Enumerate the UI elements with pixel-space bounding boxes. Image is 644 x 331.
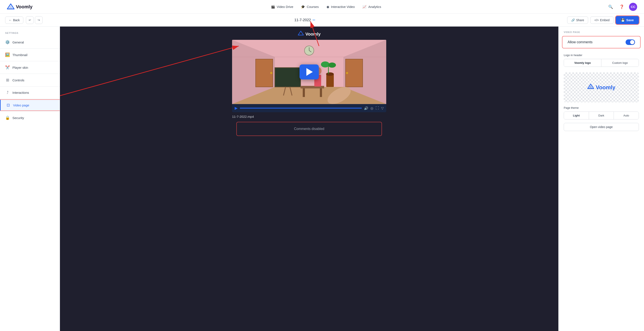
interactions-icon: ⤴: [5, 90, 10, 95]
video-player[interactable]: ▶ 🔊 ◎ ⛶ ▽: [232, 40, 386, 112]
back-arrow-icon: ←: [9, 18, 12, 22]
save-button[interactable]: 💾 Save: [616, 16, 639, 24]
sidebar-label-interactions: Interactions: [12, 91, 29, 94]
nav-interactive-video[interactable]: ◉ Interactive Video: [326, 5, 355, 9]
volume-icon[interactable]: 🔊: [364, 106, 368, 110]
play-button-overlay[interactable]: [300, 64, 319, 80]
open-video-page-button[interactable]: Open video page: [564, 123, 639, 131]
fullscreen-icon[interactable]: ⛶: [376, 106, 379, 110]
svg-point-15: [346, 72, 348, 74]
video-voomly-logo-icon: [298, 30, 304, 38]
play-triangle-icon: [306, 68, 313, 76]
svg-marker-2: [298, 31, 303, 35]
theme-auto-label: Auto: [624, 114, 629, 117]
search-button[interactable]: 🔍: [607, 3, 614, 11]
logo-icon: [7, 3, 14, 11]
save-disk-icon: 💾: [621, 18, 625, 22]
theme-dark-label: Dark: [598, 114, 604, 117]
voomly-watermark-icon[interactable]: ▽: [381, 106, 384, 110]
theme-light-option[interactable]: Light: [564, 112, 589, 119]
sidebar-label-thumbnail: Thumbnail: [12, 53, 28, 57]
svg-rect-25: [303, 88, 305, 97]
panel-section-title: VIDEO PAGE: [558, 26, 644, 36]
sidebar-item-security[interactable]: 🔒 Security: [0, 112, 60, 123]
controls-icon: ⊞: [5, 78, 10, 82]
player-skin-icon: ✂️: [5, 65, 10, 70]
sidebar-item-video-page[interactable]: ⊡ Video page: [0, 100, 60, 110]
video-page-icon: ⊡: [6, 103, 10, 108]
right-panel: VIDEO PAGE Allow comments Logo in header…: [558, 26, 644, 331]
center-content: Voomly: [60, 26, 558, 331]
video-controls: ▶ 🔊 ◎ ⛶ ▽: [232, 104, 386, 112]
preview-logo-text: Voomly: [596, 84, 616, 91]
sidebar-label-security: Security: [12, 116, 24, 120]
voomly-logo-option-label: Voomly logo: [574, 61, 591, 64]
embed-code-icon: </>: [594, 18, 598, 22]
analytics-icon: 📈: [362, 5, 366, 9]
video-logo-area: Voomly: [232, 26, 386, 40]
video-drive-icon: 🎬: [271, 5, 275, 9]
allow-comments-row: Allow comments: [562, 36, 640, 48]
share-link-icon: 🔗: [571, 18, 575, 22]
logo-options-group: Voomly logo Custom logo: [564, 59, 639, 67]
play-control-icon[interactable]: ▶: [235, 106, 238, 110]
interactive-video-label: Interactive Video: [331, 5, 355, 8]
general-icon: ⚙️: [5, 40, 10, 44]
theme-auto-option[interactable]: Auto: [614, 112, 639, 119]
custom-logo-option[interactable]: Custom logo: [602, 59, 639, 66]
embed-button[interactable]: </> Embed: [590, 16, 614, 24]
redo-button[interactable]: ↪: [35, 16, 42, 24]
share-label: Share: [576, 18, 584, 22]
voomly-logo-option[interactable]: Voomly logo: [564, 59, 602, 66]
allow-comments-toggle[interactable]: [626, 40, 635, 45]
logo-header-row: Logo in header Voomly logo Custom logo: [558, 52, 644, 70]
help-button[interactable]: ❓: [618, 3, 626, 11]
analytics-label: Analytics: [368, 5, 381, 8]
video-title: 11-7-2022: [294, 18, 311, 22]
user-avatar[interactable]: CC: [629, 3, 637, 11]
undo-redo-group: ↩ ↪: [26, 16, 42, 24]
nav-video-drive[interactable]: 🎬 Video Drive: [271, 5, 293, 9]
svg-point-13: [270, 72, 272, 74]
sidebar-item-controls[interactable]: ⊞ Controls: [0, 75, 60, 86]
svg-point-17: [326, 72, 334, 76]
nav-actions: 🔍 ❓ CC: [607, 3, 637, 11]
custom-logo-option-label: Custom logo: [612, 61, 628, 64]
main-layout: SETTINGS ⚙️ General 🖼️ Thumbnail ✂️ Play…: [0, 26, 644, 331]
logo-header-label: Logo in header: [564, 54, 639, 57]
captions-icon[interactable]: ◎: [370, 106, 374, 110]
security-icon: 🔒: [5, 116, 10, 120]
edit-title-icon[interactable]: ✏: [312, 18, 315, 22]
undo-button[interactable]: ↩: [26, 16, 34, 24]
svg-rect-21: [275, 68, 300, 87]
sidebar-label-player-skin: Player skin: [12, 66, 28, 69]
top-nav: Voomly 🎬 Video Drive 🎓 Courses ◉ Interac…: [0, 0, 644, 14]
courses-icon: 🎓: [301, 5, 305, 9]
video-drive-label: Video Drive: [277, 5, 293, 8]
thumbnail-icon: 🖼️: [5, 52, 10, 57]
logo-preview: Voomly: [564, 72, 639, 102]
logo[interactable]: Voomly: [7, 3, 32, 11]
theme-options-group: Light Dark Auto: [564, 112, 639, 120]
nav-courses[interactable]: 🎓 Courses: [301, 5, 319, 9]
theme-dark-option[interactable]: Dark: [589, 112, 614, 119]
back-label: Back: [13, 18, 20, 22]
nav-links: 🎬 Video Drive 🎓 Courses ◉ Interactive Vi…: [46, 5, 607, 9]
sidebar-item-player-skin[interactable]: ✂️ Player skin: [0, 62, 60, 73]
back-button[interactable]: ← Back: [5, 16, 23, 24]
nav-analytics[interactable]: 📈 Analytics: [362, 5, 381, 9]
video-container: Voomly: [232, 26, 386, 140]
comments-disabled-box: Comments disabled: [236, 122, 382, 136]
logo-preview-inner: Voomly: [587, 83, 616, 92]
courses-label: Courses: [307, 5, 319, 8]
sidebar: SETTINGS ⚙️ General 🖼️ Thumbnail ✂️ Play…: [0, 26, 60, 331]
share-button[interactable]: 🔗 Share: [567, 16, 588, 24]
sidebar-label-controls: Controls: [12, 78, 24, 82]
sidebar-label-video-page: Video page: [13, 104, 29, 107]
sidebar-item-thumbnail[interactable]: 🖼️ Thumbnail: [0, 50, 60, 60]
toolbar-actions: 🔗 Share </> Embed 💾 Save: [567, 16, 639, 24]
sidebar-item-interactions[interactable]: ⤴ Interactions: [0, 87, 60, 98]
progress-bar[interactable]: [240, 108, 362, 108]
sidebar-item-general[interactable]: ⚙️ General: [0, 37, 60, 48]
page-theme-label: Page theme: [558, 104, 644, 110]
